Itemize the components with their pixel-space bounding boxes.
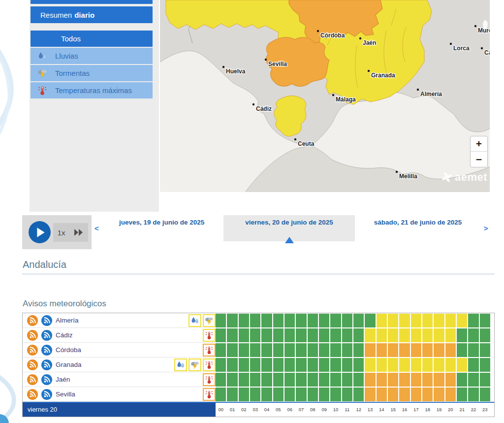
warning-cell-h07-green[interactable]: [296, 328, 306, 342]
rss-orange-icon[interactable]: [27, 389, 38, 400]
warning-cell-h20-yellow[interactable]: [445, 358, 456, 372]
date-tab-2[interactable]: sábado, 21 de junio de 2025: [355, 215, 481, 241]
warning-cell-h16-yellow[interactable]: [399, 358, 410, 372]
warning-cell-h17-yellow[interactable]: [411, 328, 421, 342]
warning-cell-h20-yellow[interactable]: [445, 328, 456, 342]
warning-cell-h06-green[interactable]: [284, 328, 295, 342]
warning-cell-h06-green[interactable]: [284, 373, 295, 387]
rss-orange-icon[interactable]: [27, 374, 38, 385]
warning-cell-h22-green[interactable]: [468, 328, 478, 342]
warning-cell-h17-yellow[interactable]: [411, 314, 421, 327]
warning-cell-h21-yellow[interactable]: [457, 358, 467, 372]
warning-cell-h14-orange[interactable]: [377, 388, 387, 401]
warning-cell-h13-orange[interactable]: [365, 373, 375, 387]
warning-cell-h11-green[interactable]: [342, 343, 352, 357]
warning-cell-h19-orange[interactable]: [434, 388, 444, 401]
warning-cell-h14-yellow[interactable]: [377, 328, 387, 342]
rss-orange-icon[interactable]: [27, 345, 38, 356]
warning-cell-h22-green[interactable]: [468, 314, 478, 327]
rss-orange-icon[interactable]: [27, 330, 38, 341]
rss-blue-icon[interactable]: [41, 389, 52, 400]
thermo-warning-icon-yellow[interactable]: [203, 358, 216, 371]
warning-cell-h19-yellow[interactable]: [434, 358, 444, 372]
province-name[interactable]: Sevilla: [56, 390, 75, 398]
rss-blue-icon[interactable]: [41, 359, 52, 370]
thermo-warning-icon-yellow[interactable]: [203, 329, 216, 342]
warning-cell-h18-orange[interactable]: [422, 373, 433, 387]
warning-cell-h16-yellow[interactable]: [399, 328, 410, 342]
zoom-out-button[interactable]: −: [471, 152, 487, 167]
warning-cell-h05-green[interactable]: [273, 388, 284, 401]
warning-cell-h11-green[interactable]: [342, 328, 352, 342]
warning-cell-h10-green[interactable]: [330, 343, 341, 357]
warning-cell-h12-green[interactable]: [353, 314, 364, 327]
warning-cell-h17-orange[interactable]: [411, 343, 421, 357]
warning-cell-h10-green[interactable]: [330, 358, 341, 372]
warning-cell-h15-orange[interactable]: [388, 373, 398, 387]
warning-cell-h22-green[interactable]: [468, 358, 478, 372]
fast-forward-button[interactable]: [74, 228, 84, 236]
warning-cell-h13-orange[interactable]: [365, 343, 375, 357]
warning-cell-h12-green[interactable]: [353, 358, 364, 372]
warning-cell-h03-green[interactable]: [250, 388, 260, 401]
warning-cell-h01-green[interactable]: [227, 343, 237, 357]
date-tab-0[interactable]: jueves, 19 de junio de 2025: [100, 215, 224, 241]
warning-cell-h18-yellow[interactable]: [422, 328, 433, 342]
warning-cell-h12-green[interactable]: [353, 343, 364, 357]
warning-cell-h03-green[interactable]: [250, 328, 260, 342]
rss-orange-icon[interactable]: [27, 315, 38, 326]
rain-warning-icon-yellow[interactable]: [174, 358, 187, 371]
warning-cell-h19-yellow[interactable]: [434, 314, 444, 327]
warning-cell-h02-green[interactable]: [239, 388, 249, 401]
warning-cell-h23-green[interactable]: [480, 373, 490, 387]
warning-cell-h16-orange[interactable]: [399, 373, 410, 387]
warning-cell-h19-orange[interactable]: [434, 373, 444, 387]
warning-cell-h15-yellow[interactable]: [388, 358, 398, 372]
warning-cell-h04-green[interactable]: [261, 358, 272, 372]
warning-cell-h21-green[interactable]: [457, 328, 467, 342]
sidebar-filter-tormentas[interactable]: Tormentas: [31, 65, 153, 81]
warning-cell-h06-green[interactable]: [284, 388, 295, 401]
warning-cell-h16-orange[interactable]: [399, 388, 410, 401]
warning-cell-h18-yellow[interactable]: [422, 314, 433, 327]
warning-cell-h15-yellow[interactable]: [388, 328, 398, 342]
warning-cell-h09-green[interactable]: [319, 314, 329, 327]
warning-cell-h03-green[interactable]: [250, 314, 260, 327]
warning-cell-h09-green[interactable]: [319, 358, 329, 372]
warning-cell-h07-green[interactable]: [296, 373, 306, 387]
province-name[interactable]: Jaén: [56, 376, 70, 383]
speed-label[interactable]: 1x: [58, 228, 65, 237]
warning-cell-h04-green[interactable]: [261, 343, 272, 357]
warning-cell-h00-green[interactable]: [216, 314, 226, 327]
warning-cell-h20-orange[interactable]: [445, 373, 456, 387]
warning-cell-h08-green[interactable]: [308, 343, 318, 357]
warning-cell-h14-yellow[interactable]: [377, 358, 387, 372]
warning-cell-h13-orange[interactable]: [365, 388, 375, 401]
warning-cell-h08-green[interactable]: [308, 388, 318, 401]
next-day-arrow[interactable]: >: [481, 215, 491, 241]
warning-cell-h07-green[interactable]: [296, 314, 306, 327]
warning-cell-h03-green[interactable]: [250, 358, 260, 372]
warning-cell-h09-green[interactable]: [319, 373, 329, 387]
warning-cell-h08-green[interactable]: [308, 314, 318, 327]
warning-cell-h08-green[interactable]: [308, 328, 318, 342]
warning-cell-h22-green[interactable]: [468, 373, 478, 387]
rss-blue-icon[interactable]: [41, 374, 52, 385]
warning-cell-h20-yellow[interactable]: [445, 314, 456, 327]
warning-cell-h04-green[interactable]: [261, 314, 272, 327]
warning-cell-h22-green[interactable]: [468, 388, 478, 401]
warning-cell-h10-green[interactable]: [330, 328, 341, 342]
warning-cell-h10-green[interactable]: [330, 314, 341, 327]
warning-cell-h04-green[interactable]: [261, 373, 272, 387]
warning-cell-h14-orange[interactable]: [377, 343, 387, 357]
warning-cell-h00-green[interactable]: [216, 373, 226, 387]
rss-blue-icon[interactable]: [41, 345, 52, 356]
warning-cell-h19-orange[interactable]: [434, 343, 444, 357]
warning-cell-h15-yellow[interactable]: [388, 314, 398, 327]
warning-cell-h13-green[interactable]: [365, 314, 375, 327]
warning-cell-h04-green[interactable]: [261, 388, 272, 401]
sidebar-button-partial[interactable]: [31, 0, 153, 4]
sidebar-filter-temperaturas-m-ximas[interactable]: Temperaturas máximas: [31, 82, 153, 98]
warning-cell-h19-yellow[interactable]: [434, 328, 444, 342]
warning-cell-h17-yellow[interactable]: [411, 358, 421, 372]
